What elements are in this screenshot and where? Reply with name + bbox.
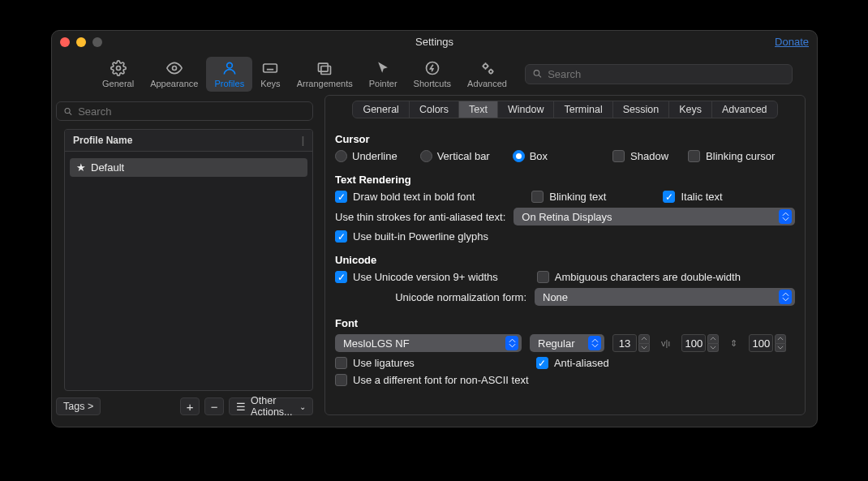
font-size-value[interactable]: 13	[612, 334, 637, 352]
toolbar-advanced[interactable]: Advanced	[459, 57, 515, 92]
check-label: Blinking text	[549, 191, 606, 203]
antialiased-check[interactable]: Anti-aliased	[536, 357, 609, 369]
tags-button[interactable]: Tags >	[56, 397, 101, 415]
unicode-norm-select[interactable]: None	[535, 288, 795, 306]
step-down[interactable]	[707, 344, 719, 353]
cursor-underline-radio[interactable]: Underline	[335, 150, 397, 162]
hspace-stepper[interactable]	[707, 334, 719, 352]
gears-icon	[478, 60, 497, 77]
tab-session[interactable]: Session	[612, 101, 668, 118]
bold-text-check[interactable]: Draw bold text in bold font	[335, 191, 475, 203]
font-family-select[interactable]: MesloLGS NF	[335, 334, 522, 352]
zoom-button[interactable]	[92, 37, 102, 47]
main: Profile Name | ★ Default Tags > + − ☰	[52, 95, 817, 427]
tab-colors[interactable]: Colors	[409, 101, 458, 118]
tabs: General Colors Text Window Terminal Sess…	[352, 101, 777, 118]
cursor-vertical-radio[interactable]: Vertical bar	[420, 150, 490, 162]
font-size-stepper[interactable]	[638, 334, 650, 352]
chevron-updown-icon	[588, 336, 601, 350]
select-value: None	[543, 291, 568, 303]
cursor-box-radio[interactable]: Box	[513, 150, 548, 162]
toolbar-pointer[interactable]: Pointer	[361, 57, 406, 92]
remove-profile-button[interactable]: −	[204, 397, 224, 415]
profile-search-input[interactable]	[78, 105, 306, 118]
toolbar-shortcuts[interactable]: Shortcuts	[406, 57, 459, 92]
check-label: Italic text	[681, 191, 722, 203]
svg-rect-9	[319, 63, 329, 71]
svg-point-2	[226, 62, 232, 68]
svg-point-1	[172, 67, 176, 71]
tab-general[interactable]: General	[353, 101, 408, 118]
cursor-blinking-check[interactable]: Blinking cursor	[688, 150, 775, 162]
profile-row[interactable]: ★ Default	[70, 158, 307, 177]
ambiguous-width-check[interactable]: Ambiguous characters are double-width	[537, 271, 741, 283]
hspace-value[interactable]: 100	[681, 334, 706, 352]
check-label: Use a different font for non-ASCII text	[353, 374, 529, 386]
powerline-check[interactable]: Use built-in Powerline glyphs	[335, 230, 488, 243]
gear-icon	[109, 60, 128, 77]
vspace-icon: ⇕	[727, 338, 741, 349]
svg-line-17	[70, 113, 72, 115]
toolbar-label: Keys	[260, 79, 280, 88]
chevron-updown-icon	[505, 336, 518, 350]
keyboard-icon	[260, 60, 280, 77]
svg-rect-10	[321, 67, 331, 75]
toolbar-search[interactable]	[525, 64, 793, 84]
check-label: Use built-in Powerline glyphs	[353, 230, 488, 243]
add-profile-button[interactable]: +	[180, 397, 200, 415]
step-up[interactable]	[638, 334, 650, 344]
chevron-updown-icon	[779, 290, 792, 304]
radio-label: Box	[530, 150, 548, 162]
donate-link[interactable]: Donate	[775, 36, 809, 48]
select-value: MesloLGS NF	[343, 337, 410, 350]
step-up[interactable]	[707, 334, 719, 344]
toolbar-profiles[interactable]: Profiles	[206, 57, 252, 92]
toolbar: General Appearance Profiles Keys Arrange…	[52, 53, 817, 95]
profile-table-header: Profile Name |	[65, 130, 312, 152]
thin-strokes-select[interactable]: On Retina Displays	[513, 208, 795, 225]
tab-window[interactable]: Window	[497, 101, 553, 118]
svg-rect-3	[264, 64, 277, 72]
font-size-field[interactable]: 13	[612, 334, 650, 352]
unicode-v9-check[interactable]: Use Unicode version 9+ widths	[335, 271, 498, 283]
tab-advanced[interactable]: Advanced	[711, 101, 777, 118]
bolt-icon	[423, 60, 442, 77]
toolbar-general[interactable]: General	[94, 57, 142, 92]
close-button[interactable]	[60, 37, 70, 47]
tab-text[interactable]: Text	[458, 101, 497, 118]
tab-keys[interactable]: Keys	[668, 101, 711, 118]
step-up[interactable]	[775, 334, 786, 344]
tab-terminal[interactable]: Terminal	[553, 101, 612, 118]
blinking-text-check[interactable]: Blinking text	[531, 191, 606, 203]
hspace-field[interactable]: 100	[681, 334, 719, 352]
chevron-down-icon: ⌄	[299, 402, 306, 411]
check-label: Anti-aliased	[554, 357, 609, 369]
other-actions-menu[interactable]: ☰ Other Actions... ⌄	[229, 397, 313, 415]
font-weight-select[interactable]: Regular	[530, 334, 604, 352]
settings-window: Settings Donate General Appearance Profi…	[51, 30, 818, 427]
vspace-value[interactable]: 100	[749, 334, 773, 352]
italic-text-check[interactable]: Italic text	[663, 191, 722, 203]
ligatures-check[interactable]: Use ligatures	[335, 357, 415, 369]
minimize-button[interactable]	[76, 37, 86, 47]
step-down[interactable]	[775, 344, 786, 353]
toolbar-appearance[interactable]: Appearance	[142, 57, 206, 92]
check-label: Blinking cursor	[706, 150, 775, 162]
check-label: Use ligatures	[353, 357, 415, 369]
vspace-stepper[interactable]	[775, 334, 786, 352]
toolbar-search-input[interactable]	[548, 68, 785, 80]
windows-icon	[315, 60, 334, 77]
nonascii-font-check[interactable]: Use a different font for non-ASCII text	[335, 374, 529, 386]
toolbar-keys[interactable]: Keys	[252, 57, 288, 92]
cursor-shadow-check[interactable]: Shadow	[612, 150, 668, 162]
vspace-field[interactable]: 100	[749, 334, 786, 352]
radio-label: Underline	[352, 150, 397, 162]
step-down[interactable]	[638, 344, 650, 353]
window-controls	[60, 37, 102, 47]
profile-search[interactable]	[56, 101, 313, 121]
profile-table: Profile Name | ★ Default	[64, 129, 313, 391]
cursor-icon	[373, 60, 393, 77]
profile-list[interactable]: ★ Default	[65, 152, 312, 390]
menu-icon: ☰	[236, 401, 246, 413]
toolbar-arrangements[interactable]: Arrangements	[289, 57, 361, 92]
